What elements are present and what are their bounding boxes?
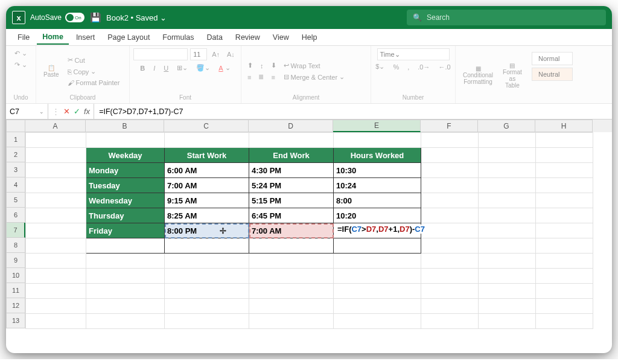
cell-H10[interactable] [536,269,593,284]
align-top-icon[interactable]: ⬆ [245,60,255,71]
cell-F1[interactable] [421,133,479,148]
cell-G11[interactable] [479,284,536,299]
format-as-table-button[interactable]: ▤ Format as Table [499,61,526,90]
cell-C7[interactable]: 8:00 PM [165,223,249,238]
row-header-2[interactable]: 2 [6,147,25,162]
fx-button[interactable]: fx [84,107,90,116]
merge-center-button[interactable]: ⊟ Merge & Center ⌄ [281,72,348,82]
inc-decimal-icon[interactable]: .0→ [415,62,432,72]
cell-H12[interactable] [536,299,593,314]
cell-H8[interactable] [536,238,593,254]
row-header-10[interactable]: 10 [6,268,25,283]
cell-B7[interactable]: Friday [86,223,165,238]
column-header-A[interactable]: A [25,120,86,132]
wrap-text-button[interactable]: ↩ Wrap Text [281,60,348,71]
menu-item-data[interactable]: Data [201,31,228,44]
cell-G12[interactable] [479,299,536,314]
decrease-font-icon[interactable]: A↓ [225,49,237,59]
cell-D4[interactable]: 5:24 PM [249,178,334,193]
cell-E10[interactable] [334,269,421,284]
cell-A8[interactable] [26,238,86,254]
cell-H5[interactable] [536,193,593,208]
menu-item-home[interactable]: Home [37,30,69,45]
cell-C9[interactable] [165,254,249,269]
cell-G8[interactable] [479,238,536,254]
cell-G9[interactable] [479,254,536,269]
cell-G10[interactable] [479,269,536,284]
underline-button[interactable]: U [161,63,171,73]
cell-F7[interactable] [421,223,479,238]
cell-B9[interactable] [86,254,165,269]
cell-C1[interactable] [165,133,249,148]
cell-D10[interactable] [249,269,334,284]
cell-E4[interactable]: 10:24 [334,178,421,193]
font-color-button[interactable]: A⌄ [216,63,232,73]
cells-area[interactable]: WeekdayStart WorkEnd WorkHours WorkedMon… [25,132,612,353]
cell-H2[interactable] [536,148,593,163]
cell-B12[interactable] [86,299,165,314]
undo-button[interactable]: ↶ ⌄ [12,48,30,59]
row-header-3[interactable]: 3 [6,162,25,177]
cell-G7[interactable] [479,223,536,238]
align-bot-icon[interactable]: ⬇ [269,60,279,71]
comma-icon[interactable]: , [405,62,412,72]
cell-F9[interactable] [421,254,479,269]
number-format-select[interactable]: Time ⌄ [377,48,450,60]
cell-D7[interactable]: 7:00 AM [249,223,334,238]
cell-C12[interactable] [165,299,249,314]
cell-E5[interactable]: 8:00 [334,193,421,208]
cell-E8[interactable] [334,238,421,254]
row-header-5[interactable]: 5 [6,193,25,208]
cell-D3[interactable]: 4:30 PM [249,163,334,178]
cell-G6[interactable] [479,208,536,223]
border-button[interactable]: ⊞⌄ [174,63,190,73]
cell-G5[interactable] [479,193,536,208]
currency-icon[interactable]: $⌄ [373,62,387,72]
cell-A4[interactable] [26,178,86,193]
column-header-D[interactable]: D [249,120,333,132]
increase-font-icon[interactable]: A↑ [209,49,222,59]
cell-E6[interactable]: 10:20 [334,208,421,223]
cell-F4[interactable] [421,178,479,193]
menu-item-page-layout[interactable]: Page Layout [102,31,155,44]
cell-C6[interactable]: 8:25 AM [165,208,249,223]
cell-G1[interactable] [479,133,536,148]
cell-G3[interactable] [479,163,536,178]
cell-D9[interactable] [249,254,334,269]
cell-F3[interactable] [421,163,479,178]
percent-icon[interactable]: % [390,62,401,72]
autosave-toggle[interactable]: AutoSave On [30,13,84,22]
cell-H11[interactable] [536,284,593,299]
cell-A10[interactable] [26,269,86,284]
cell-E1[interactable] [334,133,421,148]
cell-H3[interactable] [536,163,593,178]
column-header-C[interactable]: C [164,120,249,132]
align-right-icon[interactable]: ≡ [269,72,277,82]
cell-style-normal[interactable]: Normal [532,52,573,65]
column-header-F[interactable]: F [421,120,478,132]
menu-item-help[interactable]: Help [296,31,323,44]
cell-C13[interactable] [165,314,249,329]
cell-D11[interactable] [249,284,334,299]
cell-C10[interactable] [165,269,249,284]
cell-F11[interactable] [421,284,479,299]
cell-C5[interactable]: 9:15 AM [165,193,249,208]
menu-item-insert[interactable]: Insert [71,31,100,44]
cell-E2[interactable]: Hours Worked [334,148,421,163]
align-mid-icon[interactable]: ↕ [258,60,266,71]
cell-F12[interactable] [421,299,479,314]
cell-A3[interactable] [26,163,86,178]
cell-G2[interactable] [479,148,536,163]
cell-H1[interactable] [536,133,593,148]
cell-B5[interactable]: Wednesday [86,193,165,208]
cell-A13[interactable] [26,314,86,329]
cell-F5[interactable] [421,193,479,208]
cell-B10[interactable] [86,269,165,284]
cell-A11[interactable] [26,284,86,299]
row-header-11[interactable]: 11 [6,283,25,298]
menu-item-formulas[interactable]: Formulas [157,31,199,44]
font-size-select[interactable]: 11 [190,48,207,60]
column-header-H[interactable]: H [535,120,593,132]
cell-A7[interactable] [26,223,86,238]
cell-A5[interactable] [26,193,86,208]
